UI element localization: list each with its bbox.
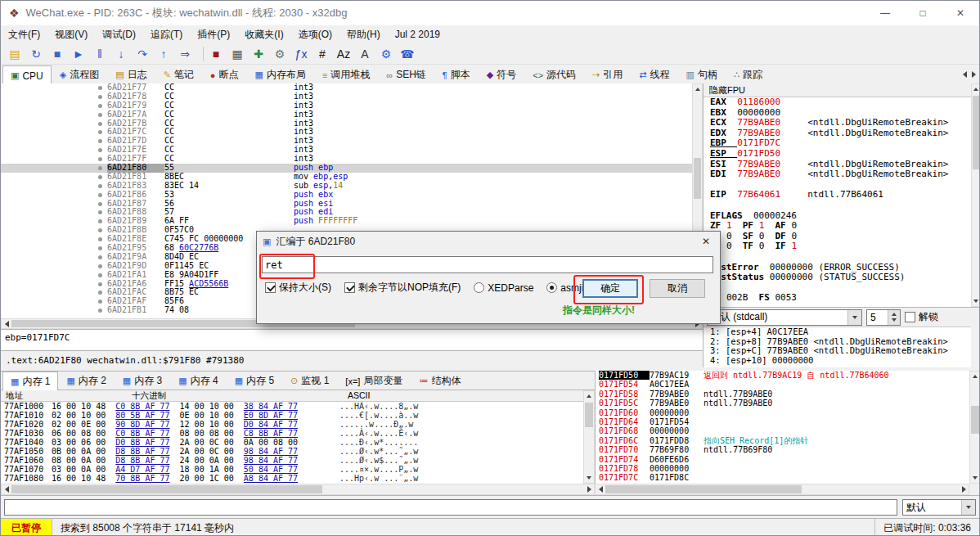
register-row[interactable]: EDI 77B9ABE0 <ntdll.DbgUiRemoteBreakin> xyxy=(704,169,971,180)
scrollbar-thumb[interactable] xyxy=(11,485,322,493)
tab-seh[interactable]: ∞ SEH链 xyxy=(378,65,434,83)
dialog-title-bar[interactable]: ▣ 汇编于 6AD21F80 ✕ xyxy=(257,232,720,251)
tab-trace[interactable]: ∴ 跟踪 xyxy=(726,65,771,83)
chevron-down-icon[interactable] xyxy=(961,500,975,515)
disasm-row[interactable]: 6AD21F77 CC int3 xyxy=(1,83,692,92)
argument-row[interactable]: 3: [esp+C] 77B9ABE0 <ntdll.DbgUiRemoteBr… xyxy=(704,346,971,356)
stack-row[interactable]: 0171FD7C 0171FD8C xyxy=(596,473,969,482)
close-button[interactable]: ✕ xyxy=(942,1,979,25)
dump-row[interactable]: 77AF1030 06 00 08 00 C0 8B AF 77 08 00 0… xyxy=(1,429,583,438)
tab-locals[interactable]: [x=] 局部变量 xyxy=(337,372,411,390)
arguments-panel[interactable]: 1: [esp+4] A0C17EEA2: [esp+8] 77B9ABE0 <… xyxy=(703,327,971,367)
command-profile-select[interactable]: 默认 xyxy=(902,499,976,516)
scrollbar-thumb[interactable] xyxy=(605,485,802,493)
register-row[interactable]: EIP 77B64061 ntdll.77B64061 xyxy=(704,190,971,200)
disasm-row[interactable]: 6AD21F7B CC int3 xyxy=(1,119,692,128)
dump-row[interactable]: 77AF1000 16 00 10 48 C0 8B AF 77 14 00 1… xyxy=(1,402,583,411)
xedparse-radio[interactable]: XEDParse xyxy=(474,282,533,294)
functions-fx-button[interactable]: ƒx xyxy=(290,45,312,63)
tab-notes[interactable]: ✎ 笔记 xyxy=(155,65,202,83)
scroll-down-button[interactable] xyxy=(972,296,980,306)
scroll-left-button[interactable] xyxy=(2,319,11,328)
remote-phone-button[interactable]: ☎ xyxy=(397,45,418,63)
tab-dump-2[interactable]: ▦ 内存 2 xyxy=(58,372,114,390)
disasm-row[interactable]: 6AD21F7D CC int3 xyxy=(1,137,692,146)
stack-row[interactable]: 0171FD5C 77B9ABE0 ntdll.77B9ABE0 xyxy=(596,399,969,408)
tab-cpu[interactable]: ▣ CPU xyxy=(2,65,52,85)
stack-row[interactable]: 0171FD74 D60FE6D6 xyxy=(596,455,969,464)
stack-row[interactable]: 0171FD70 77B69F80 ntdll.77B69F80 xyxy=(596,445,969,454)
tab-call-stack[interactable]: ≡ 调用堆栈 xyxy=(314,65,378,83)
scroll-up-button[interactable] xyxy=(970,372,980,381)
strings-az-button[interactable]: Az xyxy=(333,45,354,63)
dump-row[interactable]: 77AF1040 03 00 06 00 D0 8B AF 77 2A 00 0… xyxy=(1,438,583,447)
scrollbar-thumb[interactable] xyxy=(971,406,979,434)
menu-item[interactable]: 视图(V) xyxy=(47,26,95,43)
register-row[interactable]: LastStatus 00000000 (STATUS_SUCCESS) xyxy=(704,273,971,283)
patches-button[interactable]: ✚ xyxy=(248,45,269,63)
disasm-row[interactable]: 6AD21F7C CC int3 xyxy=(1,128,692,137)
dump-row[interactable]: 77AF1010 02 00 10 00 80 5B AF 77 0E 00 1… xyxy=(1,411,583,420)
dialog-close-icon[interactable]: ✕ xyxy=(692,236,720,247)
disasm-row[interactable]: 6AD21F7E CC int3 xyxy=(1,146,692,155)
scroll-right-button[interactable] xyxy=(959,484,969,494)
tab-source[interactable]: <> 源代码 xyxy=(524,65,584,83)
execute-till-return-button[interactable]: ⇒ xyxy=(174,45,196,63)
scroll-right-icon[interactable] xyxy=(972,71,976,78)
stack-row[interactable]: 0171FD68 00000000 xyxy=(596,426,969,435)
tab-handles[interactable]: ▥ 句柄 xyxy=(678,65,726,83)
disasm-row[interactable]: 6AD21F87 56 push esi xyxy=(1,200,692,209)
scrollbar-track[interactable] xyxy=(605,484,959,494)
disasm-row[interactable]: 6AD21F78 CC int3 xyxy=(1,92,692,101)
run-button[interactable]: ► xyxy=(68,45,89,63)
dump-horizontal-scrollbar[interactable] xyxy=(1,484,595,495)
disasm-row[interactable]: 6AD21F86 53 push ebx xyxy=(1,191,692,200)
scrollbar-thumb[interactable] xyxy=(694,158,701,199)
stack-row[interactable]: 0171FD64 0171FD54 xyxy=(596,417,969,426)
minimize-button[interactable]: — xyxy=(866,1,904,25)
hash-button[interactable]: # xyxy=(312,45,333,63)
nop-fill-checkbox[interactable]: 剩余字节以NOP填充(F) xyxy=(344,281,461,295)
scrollbar-thumb[interactable] xyxy=(585,403,593,427)
menu-item[interactable]: 文件(F) xyxy=(1,26,47,43)
scroll-left-button[interactable] xyxy=(596,484,605,494)
toolbar-separator[interactable] xyxy=(197,47,204,61)
dump-row[interactable]: 77AF1020 02 00 0E 00 90 8D AF 77 12 00 1… xyxy=(1,420,583,429)
stack-view[interactable]: 0171FD50 77B9AC19 返回到 ntdll.77B9AC19 自 n… xyxy=(595,371,969,484)
tab-dump-3[interactable]: ▦ 内存 3 xyxy=(115,372,170,390)
menu-item[interactable]: Jul 2 2019 xyxy=(388,27,447,42)
memory-map-button[interactable]: ▦ xyxy=(227,45,248,63)
dump-row[interactable]: 77AF1060 08 00 0A 00 D8 8B AF 77 24 00 0… xyxy=(1,456,583,465)
settings-gear-button[interactable]: ⚙ xyxy=(375,45,397,63)
menu-item[interactable]: 帮助(H) xyxy=(339,26,388,43)
disasm-row[interactable]: 6AD21F83 83EC 14 sub esp,14 xyxy=(1,182,692,191)
scrollbar-track[interactable] xyxy=(11,484,584,494)
scrollbar-track[interactable] xyxy=(970,381,980,473)
step-out-button[interactable]: ↑ xyxy=(153,45,174,63)
unlock-checkbox[interactable]: 解锁 xyxy=(905,310,938,324)
tab-graph[interactable]: ◈ 流程图 xyxy=(52,65,107,83)
stack-horizontal-scrollbar[interactable] xyxy=(595,484,969,495)
scroll-right-button[interactable] xyxy=(584,484,594,494)
argument-count-spinner[interactable]: 5 xyxy=(866,309,901,326)
register-row[interactable]: CF 0 TF 0 IF 1 xyxy=(704,241,971,252)
chevron-down-icon[interactable] xyxy=(847,310,861,325)
tab-dump-5[interactable]: ▦ 内存 5 xyxy=(227,372,282,390)
tab-dump-4[interactable]: ▦ 内存 4 xyxy=(170,372,226,390)
stop-debugging-button[interactable]: ■ xyxy=(205,45,227,63)
disasm-row[interactable]: 6AD21F81 8BEC mov ebp,esp xyxy=(1,173,692,182)
asmjit-radio[interactable]: asmjit xyxy=(546,282,586,294)
preferences-gears-button[interactable]: ⚙ xyxy=(269,45,290,63)
tab-breakpoints[interactable]: ● 断点 xyxy=(202,65,247,83)
register-row[interactable]: GS 002B FS 0053 xyxy=(704,293,971,304)
stop-button[interactable]: ■ xyxy=(47,45,68,63)
scroll-up-button[interactable] xyxy=(584,391,594,401)
dump-row[interactable]: 77AF1080 16 00 10 48 70 8B AF 77 20 00 1… xyxy=(1,474,583,483)
tab-symbols[interactable]: ◆ 符号 xyxy=(479,65,524,83)
tab-watch-1[interactable]: ⊙ 监视 1 xyxy=(282,372,337,390)
stack-row[interactable]: 0171FD54 A0C17EEA xyxy=(596,380,969,389)
scrollbar-track[interactable] xyxy=(972,94,980,296)
scroll-down-button[interactable] xyxy=(584,473,594,483)
tab-dump-1[interactable]: ▦ 内存 1 xyxy=(2,372,58,391)
scroll-left-button[interactable] xyxy=(2,484,11,494)
